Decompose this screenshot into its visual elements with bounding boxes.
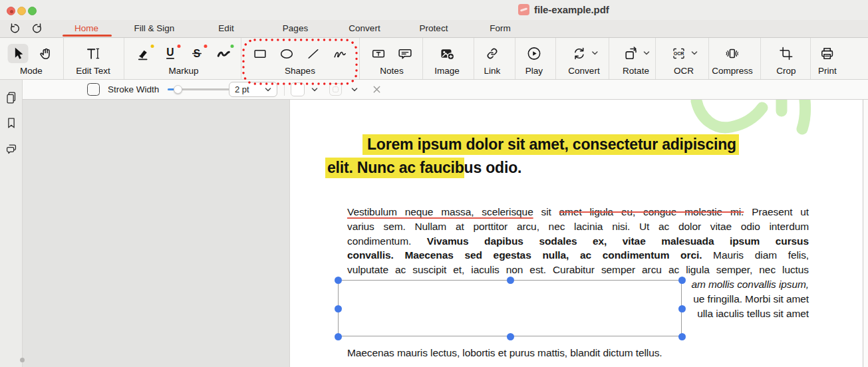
close-icon [372,84,382,94]
rectangle-annotation[interactable] [338,280,682,336]
bookmarks-button[interactable] [4,116,19,130]
rotate-group-label: Rotate [623,66,649,76]
ribbon-tab-bar: Home Fill & Sign Edit Pages Convert Prot… [0,20,868,38]
image-group-label: Image [434,66,460,76]
image-group: Image [434,38,460,76]
highlighter-icon [136,45,152,62]
paragraph-line: Vestibulum neque massa, scelerisque sit … [347,205,809,219]
toolbar-divider [63,38,64,79]
ocr-icon: OCR [670,45,687,62]
cursor-icon [10,45,27,62]
toolbar-divider [760,38,761,79]
format-bar-divider [284,83,285,96]
scrollbar-gutter[interactable] [863,100,868,367]
slider-thumb[interactable] [174,85,182,94]
close-format-bar-button[interactable] [370,80,383,99]
toolbar-divider [359,38,360,79]
title-bar: file-example.pdf [0,0,868,20]
tab-protect[interactable]: Protect [420,23,448,33]
hand-tool-button[interactable] [37,45,55,62]
shape-format-bar: Stroke Width 2 pt [23,80,868,100]
comments-panel-button[interactable] [4,142,19,156]
stroke-color-swatch[interactable] [291,80,305,99]
highlight-tool-button[interactable] [135,45,153,62]
comment-note-button[interactable] [396,45,414,62]
draw-tool-button[interactable] [215,45,233,62]
resize-handle-top-right[interactable] [678,277,686,284]
play-group-label: Play [525,66,543,76]
text-box-note-button[interactable] [370,45,388,62]
undo-button[interactable] [8,22,23,37]
tab-edit[interactable]: Edit [218,23,233,33]
paragraph-line: condimentum. Vivamus dapibus sodales ex,… [347,234,809,249]
line-shape-button[interactable] [305,45,323,62]
tab-fill-and-sign[interactable]: Fill & Sign [134,23,175,33]
resize-handle-top-left[interactable] [335,277,342,284]
add-image-button[interactable] [438,45,456,62]
edit-text-group: Edit Text [76,38,110,76]
heading-line2-highlighted: elit. Nunc ac faucib [325,158,464,178]
close-window-button[interactable] [7,7,15,15]
convert-dropdown-chevron-icon[interactable] [591,51,598,56]
ocr-dropdown-chevron-icon[interactable] [691,51,698,56]
link-group-label: Link [484,66,501,76]
edit-text-button[interactable] [84,45,102,62]
pdf-file-icon [518,4,529,15]
scribble-shape-button[interactable] [331,45,349,62]
add-link-button[interactable] [484,45,502,62]
crop-button[interactable] [777,45,795,62]
rectangle-shape-button[interactable] [251,45,269,62]
zoom-window-button[interactable] [28,7,37,15]
tab-convert[interactable]: Convert [349,23,380,33]
resize-handle-bottom-left[interactable] [335,333,342,340]
thumbnails-icon [4,90,19,105]
tab-form[interactable]: Form [490,23,511,33]
undo-icon [8,22,21,35]
active-tab-indicator [63,35,112,37]
underline-tool-button[interactable]: U [162,45,180,62]
minimize-window-button[interactable] [17,7,26,15]
text-box-icon [370,45,387,62]
compress-button[interactable] [723,45,741,62]
pdf-page[interactable]: Lorem ipsum dolor sit amet, consectetur … [289,100,863,367]
redo-button[interactable] [31,22,45,37]
shapes-group-label: Shapes [285,66,315,76]
stroke-color-well [291,82,305,96]
play-button[interactable] [525,45,543,62]
rotate-dropdown-chevron-icon[interactable] [643,51,650,56]
resize-handle-middle-left[interactable] [335,305,342,312]
ellipse-shape-button[interactable] [278,45,296,62]
stroke-width-dropdown[interactable]: 2 pt [229,82,277,97]
rectangle-style-chip[interactable] [85,80,101,99]
stroke-width-label: Stroke Width [108,80,159,99]
fill-color-dropdown[interactable] [351,80,358,99]
resize-handle-bottom-middle[interactable] [507,333,514,340]
rotate-icon [623,45,639,62]
resize-handle-bottom-right[interactable] [678,333,686,340]
toolbar-divider [241,38,241,79]
convert-group-label: Convert [568,66,599,76]
fill-color-swatch[interactable] [329,80,342,99]
stroke-color-dropdown[interactable] [311,80,318,99]
paragraph-line: convallis. Maecenas sed egestas nulla, a… [347,248,809,263]
hand-icon [38,45,55,62]
document-canvas[interactable]: Lorem ipsum dolor sit amet, consectetur … [23,100,868,367]
print-button[interactable] [818,45,836,62]
page-thumbnails-button[interactable] [4,90,19,105]
select-tool-button[interactable] [8,44,29,63]
tab-home[interactable]: Home [74,23,98,33]
resize-handle-top-middle[interactable] [507,277,514,284]
sidebar-resize-handle[interactable] [20,358,25,362]
main-toolbar: Mode Edit Text [0,38,868,80]
convert-button[interactable] [570,45,588,62]
pen-draw-icon [216,45,232,62]
resize-handle-middle-right[interactable] [678,305,686,312]
tab-pages[interactable]: Pages [283,23,308,33]
rotate-button[interactable] [622,45,640,62]
ocr-button[interactable]: OCR [670,45,688,62]
strikeout-tool-button[interactable]: S [188,45,206,62]
toolbar-divider [555,38,556,79]
toolbar-divider [124,38,124,79]
toolbar-divider [422,38,423,79]
shapes-group: Shapes [251,38,349,76]
